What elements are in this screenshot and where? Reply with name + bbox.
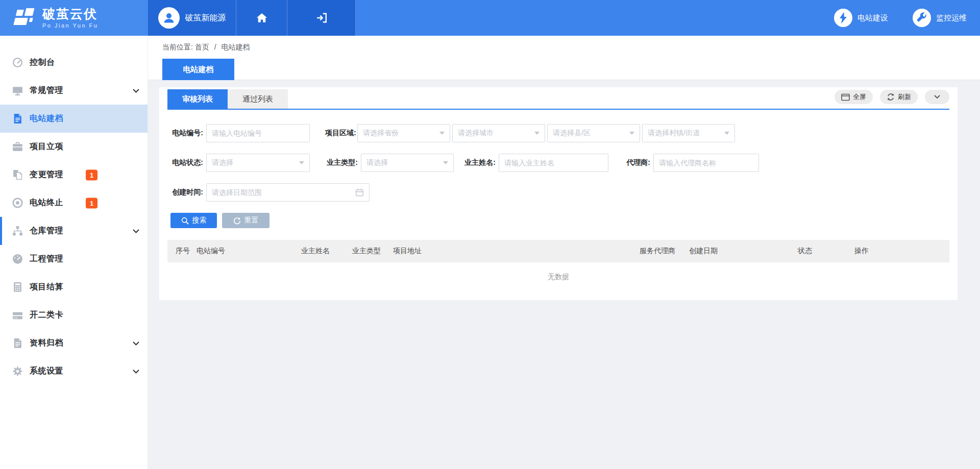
- agent-input[interactable]: [659, 159, 753, 167]
- breadcrumb-band: 当前位置: 首页 / 电站建档 电站建档: [148, 36, 980, 80]
- agent-field[interactable]: [653, 154, 759, 172]
- collapse-toggle[interactable]: [925, 90, 949, 104]
- chevron-down-icon: [133, 89, 139, 93]
- search-label: 搜索: [192, 216, 207, 225]
- page-tab-station-archive[interactable]: 电站建档: [162, 59, 234, 80]
- form-row-1: 电站编号: 项目区域: 请选择省份 请选择城市 请选择县/区 请选择村镇/街道: [167, 124, 949, 142]
- county-select[interactable]: 请选择县/区: [547, 124, 640, 142]
- sidebar-item-console[interactable]: 控制台: [0, 48, 148, 77]
- col-project-address: 项目地址: [393, 246, 640, 256]
- col-service-agent: 服务代理商: [640, 246, 689, 256]
- search-button[interactable]: 搜索: [170, 213, 217, 228]
- brand-text: 破茧云伏 Po Jian Yun Fu: [42, 7, 98, 28]
- nav-link-construction[interactable]: 电站建设: [834, 9, 888, 27]
- reset-button[interactable]: 重置: [222, 213, 270, 228]
- chevron-down-icon: [934, 95, 940, 99]
- sidebar-item-label: 电站建档: [30, 113, 63, 124]
- date-range-input[interactable]: [212, 188, 364, 196]
- sidebar-item-label: 工程管理: [30, 254, 63, 264]
- calculator-icon: [12, 282, 23, 292]
- col-create-date: 创建日期: [689, 246, 798, 256]
- sidebar-item-change-mgmt[interactable]: 变更管理 1: [0, 161, 148, 189]
- sidebar-item-station-archive[interactable]: 电站建档: [0, 105, 148, 133]
- sidebar-item-label: 控制台: [30, 57, 55, 68]
- sidebar-item-label: 常规管理: [30, 85, 63, 96]
- nav-link-label: 监控运维: [936, 13, 967, 23]
- fullscreen-icon: [841, 93, 850, 101]
- refresh-label: 刷新: [898, 92, 911, 102]
- caret-down-icon: [629, 132, 634, 135]
- chevron-down-icon: [133, 341, 139, 345]
- gauge-icon: [12, 254, 23, 264]
- sidebar-item-station-termination[interactable]: 电站终止 1: [0, 189, 148, 217]
- reset-icon: [233, 217, 241, 225]
- breadcrumb-prefix: 当前位置:: [162, 43, 193, 51]
- col-owner-type: 业主类型: [352, 246, 393, 256]
- panel-tabs: 审核列表 通过列表 全屏 刷新: [167, 89, 949, 110]
- fullscreen-button[interactable]: 全屏: [835, 90, 873, 104]
- breadcrumb-current: 电站建档: [221, 43, 250, 51]
- refresh-icon: [887, 93, 895, 101]
- city-select[interactable]: 请选择城市: [452, 124, 545, 142]
- sidebar-item-project-settlement[interactable]: 项目结算: [0, 273, 148, 301]
- nav-link-monitoring[interactable]: 监控运维: [913, 9, 967, 27]
- create-time-label: 创建时间:: [172, 188, 206, 197]
- avatar: [158, 7, 180, 29]
- station-no-input[interactable]: [212, 129, 304, 137]
- search-icon: [181, 217, 189, 225]
- sidebar-item-warehouse-mgmt[interactable]: 仓库管理: [0, 217, 148, 245]
- brand-logo-icon: [12, 7, 36, 29]
- sidebar-item-system-settings[interactable]: 系统设置: [0, 357, 148, 385]
- breadcrumb-separator: /: [214, 43, 216, 51]
- sidebar-item-label: 项目立项: [30, 141, 63, 152]
- form-actions: 搜索 重置: [167, 213, 949, 228]
- nav-link-label: 电站建设: [857, 13, 888, 23]
- main-content: 当前位置: 首页 / 电站建档 电站建档 审核列表 通过列表 全屏 刷新: [148, 36, 980, 469]
- home-button[interactable]: [236, 0, 287, 36]
- briefcase-icon: [12, 141, 23, 152]
- brand-logo: 破茧云伏 Po Jian Yun Fu: [0, 0, 148, 36]
- table-header: 序号 电站编号 业主姓名 业主类型 项目地址 服务代理商 创建日期 状态 操作: [167, 240, 949, 262]
- col-station-no: 电站编号: [197, 246, 301, 256]
- sitemap-icon: [12, 226, 23, 236]
- station-no-field[interactable]: [206, 124, 310, 142]
- town-select[interactable]: 请选择村镇/街道: [642, 124, 735, 142]
- owner-name-field[interactable]: [499, 154, 608, 172]
- copy-icon: [12, 169, 23, 180]
- refresh-button[interactable]: 刷新: [880, 90, 918, 104]
- station-status-label: 电站状态:: [172, 158, 206, 167]
- sidebar-item-engineering-mgmt[interactable]: 工程管理: [0, 245, 148, 273]
- breadcrumb-home[interactable]: 首页: [195, 43, 209, 51]
- record-circle-icon: [12, 198, 23, 208]
- sidebar-item-data-archive[interactable]: 资料归档: [0, 329, 148, 357]
- date-range-field[interactable]: [206, 183, 370, 202]
- station-status-select[interactable]: 请选择: [206, 154, 310, 172]
- agent-label: 代理商:: [621, 158, 653, 167]
- col-owner-name: 业主姓名: [301, 246, 352, 256]
- reset-label: 重置: [244, 216, 259, 225]
- active-route-marker: [0, 217, 2, 245]
- content-panel: 审核列表 通过列表 全屏 刷新 电站编号:: [159, 87, 958, 300]
- tab-passed-list[interactable]: 通过列表: [228, 89, 288, 109]
- chevron-down-icon: [133, 229, 139, 233]
- user-menu[interactable]: 破茧新能源: [148, 0, 236, 36]
- sidebar-item-class2-card[interactable]: 开二类卡: [0, 301, 148, 329]
- form-row-2: 电站状态: 请选择 业主类型: 请选择 业主姓名: 代理商:: [167, 154, 949, 172]
- logout-button[interactable]: [287, 0, 356, 36]
- sidebar-item-label: 变更管理: [30, 169, 63, 180]
- nav-right-links: 电站建设 监控运维: [834, 0, 980, 36]
- owner-name-input[interactable]: [504, 159, 603, 167]
- tab-review-list[interactable]: 审核列表: [167, 89, 228, 109]
- province-select[interactable]: 请选择省份: [357, 124, 450, 142]
- caret-down-icon: [534, 132, 540, 135]
- sidebar-item-label: 项目结算: [30, 282, 63, 292]
- owner-name-label: 业主姓名:: [464, 158, 499, 167]
- col-seq: 序号: [176, 246, 197, 256]
- sidebar-item-project-initiation[interactable]: 项目立项: [0, 133, 148, 161]
- owner-type-label: 业主类型:: [325, 158, 361, 167]
- sidebar-item-general-mgmt[interactable]: 常规管理: [0, 77, 148, 105]
- archive-file-icon: [12, 338, 23, 349]
- caret-down-icon: [299, 161, 304, 164]
- sidebar-item-label: 仓库管理: [30, 226, 63, 236]
- owner-type-select[interactable]: 请选择: [361, 154, 454, 172]
